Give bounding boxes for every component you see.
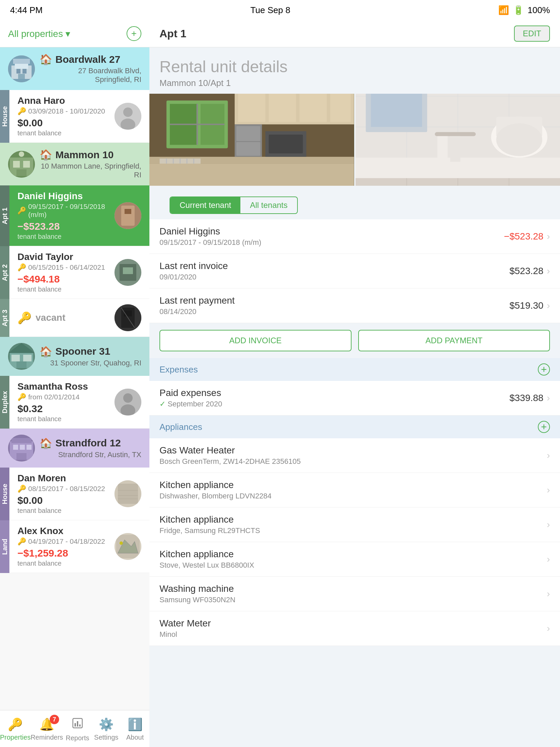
property-name-mammon: 🏠 Mammon 10 [39,149,141,160]
property-header-boardwalk[interactable]: 🏠 Boardwalk 27 27 Boardwalk Blvd, Spring… [0,47,150,90]
tab-all-tenants[interactable]: All tenants [240,197,297,213]
tab-properties[interactable]: 🔑 Properties [0,717,31,741]
svg-rect-4 [17,69,21,74]
svg-point-15 [19,152,24,157]
tenant-row-alex[interactable]: Alex Knox 🔑 04/19/2017 - 04/18/2022 −$1,… [9,520,150,573]
tenant-row-vacant[interactable]: 🔑 vacant [9,299,150,337]
tab-about[interactable]: ℹ️ About [121,717,150,741]
last-invoice-row[interactable]: Last rent invoice 09/01/2020 $523.28 › [150,254,560,288]
property-name-strandford: 🏠 Strandford 12 [39,437,141,449]
edit-button[interactable]: EDIT [514,26,550,42]
appliance-0[interactable]: Gas Water Heater Bosch GreenTerm, ZW14-2… [150,438,560,473]
key-icon-alex: 🔑 [18,537,26,545]
tab-about-label: About [126,733,144,741]
svg-rect-77 [150,163,354,186]
svg-rect-40 [27,445,31,450]
property-spooner: 🏠 Spooner 31 31 Spooner Str, Quahog, RI … [0,337,150,429]
property-header-strandford[interactable]: 🏠 Strandford 12 Strandford Str, Austin, … [0,429,150,467]
svg-rect-86 [371,94,422,127]
paid-expenses-right: $339.88 › [509,393,550,404]
tenant-row-daniel[interactable]: Daniel Higgins 🔑 09/15/2017 - 09/15/2018… [9,185,150,246]
strandford-house: House Dan Moren 🔑 08/15/2017 - 08/15/202… [0,467,150,520]
property-header-mammon[interactable]: 🏠 Mammon 10 10 Mammon Lane, Springfield,… [0,143,150,185]
chevron-tenant: › [547,231,550,242]
paid-expenses-period: ✓ September 2020 [159,400,222,408]
spooner-tenants: Duplex Samantha Ross 🔑 from 02/01/2014 $… [0,376,150,429]
invoice-date: 09/01/2020 [159,273,228,281]
last-payment-row[interactable]: Last rent payment 08/14/2020 $519.30 › [150,288,560,323]
svg-rect-61 [238,94,265,122]
invoice-label: Last rent invoice [159,261,228,272]
svg-rect-14 [17,169,27,176]
all-properties-label: All properties ▾ [8,28,70,39]
tab-current-tenant[interactable]: Current tenant [170,197,240,213]
svg-rect-70 [269,135,303,154]
tenant-thumb-alex [114,533,141,560]
add-payment-button[interactable]: ADD PAYMENT [358,330,550,351]
appliance-3[interactable]: Kitchen appliance Stove, Westel Lux BB68… [150,542,560,577]
property-info-boardwalk: 🏠 Boardwalk 27 27 Boardwalk Blvd, Spring… [39,53,141,84]
unit-details-header: Rental unit details Mammon 10/Apt 1 [150,47,560,94]
tab-settings[interactable]: ⚙️ Settings [92,717,121,741]
tenant-row-samantha[interactable]: Samantha Ross 🔑 from 02/01/2014 $0.32 te… [9,376,150,429]
left-panel: All properties ▾ + [0,20,150,747]
about-icon: ℹ️ [128,717,143,731]
add-appliance-button[interactable]: + [538,421,550,433]
chevron-appliance-5: › [547,623,550,634]
appliance-4[interactable]: Washing machine Samsung WF0350N2N › [150,577,560,611]
tab-reminders[interactable]: 🔔 7 Reminders [31,717,63,741]
tenant-detail-balance: −$523.28 [504,231,543,242]
payment-date: 08/14/2020 [159,307,235,316]
add-invoice-button[interactable]: ADD INVOICE [159,330,351,351]
svg-rect-53 [79,724,81,726]
tenant-row-anna[interactable]: Anna Haro 🔑 03/09/2018 - 10/01/2020 $0.0… [9,90,150,143]
boardwalk-tenant-rows: Anna Haro 🔑 03/09/2018 - 10/01/2020 $0.0… [9,90,150,143]
svg-point-8 [123,107,133,117]
tab-reports[interactable]: Reports [63,717,92,742]
tenant-row-dan[interactable]: Dan Moren 🔑 08/15/2017 - 08/15/2022 $0.0… [9,467,150,520]
tab-properties-label: Properties [0,733,31,741]
add-property-button[interactable]: + [127,26,141,41]
tab-reports-label: Reports [66,734,89,742]
svg-rect-64 [330,94,350,122]
property-thumb-spooner [8,343,35,370]
property-boardwalk: 🏠 Boardwalk 27 27 Boardwalk Blvd, Spring… [0,47,150,143]
appliances-section-header: Appliances + [150,415,560,438]
tenant-detail-row[interactable]: Daniel Higgins 09/15/2017 - 09/15/2018 (… [150,219,560,254]
right-scroll: Rental unit details Mammon 10/Apt 1 [150,47,560,747]
mammon-apt3: Apt 3 🔑 vacant [0,299,150,337]
appliance-1[interactable]: Kitchen appliance Dishwasher, Blomberg L… [150,473,560,508]
property-thumb-boardwalk [8,55,35,82]
chevron-invoice: › [547,266,550,277]
apt1-rows: Daniel Higgins 🔑 09/15/2017 - 09/15/2018… [9,185,150,246]
tenant-row-david[interactable]: David Taylor 🔑 06/15/2015 - 06/14/2021 −… [9,246,150,299]
house-icon: 🏠 [39,53,52,65]
tenant-info-dan: Dan Moren 🔑 08/15/2017 - 08/15/2022 $0.0… [18,473,114,515]
all-properties-button[interactable]: All properties ▾ [8,28,70,39]
status-right: 📶 🔋 100% [498,5,550,16]
appliance-2[interactable]: Kitchen appliance Fridge, Samsung RL29TH… [150,508,560,542]
status-day: Tue Sep 8 [250,5,290,16]
tenant-detail-left: Daniel Higgins 09/15/2017 - 09/15/2018 (… [159,226,261,247]
house-icon-spooner: 🏠 [39,345,52,357]
properties-list: 🏠 Boardwalk 27 27 Boardwalk Blvd, Spring… [0,47,150,710]
invoice-left: Last rent invoice 09/01/2020 [159,261,228,281]
property-header-spooner[interactable]: 🏠 Spooner 31 31 Spooner Str, Quahog, RI [0,337,150,376]
svg-rect-41 [17,453,27,460]
svg-rect-52 [77,721,78,726]
paid-expenses-row[interactable]: Paid expenses ✓ September 2020 $339.88 › [150,381,560,415]
svg-rect-63 [299,94,327,122]
reminders-icon: 🔔 7 [39,717,54,731]
photo-grid [150,94,560,191]
svg-rect-51 [75,723,76,726]
tenant-detail-dates: 09/15/2017 - 09/15/2018 (m/m) [159,238,261,247]
tenant-thumb-anna [114,103,141,130]
property-thumb-mammon [8,151,35,178]
reports-icon [72,717,84,732]
side-label-land: Land [0,520,9,573]
appliance-5[interactable]: Water Meter Minol › [150,611,560,646]
tenant-info-vacant: 🔑 vacant [18,311,114,325]
add-expense-button[interactable]: + [538,363,550,376]
strandford-land-rows: Alex Knox 🔑 04/19/2017 - 04/18/2022 −$1,… [9,520,150,573]
property-address-boardwalk: 27 Boardwalk Blvd, Springfield, RI [39,67,141,84]
